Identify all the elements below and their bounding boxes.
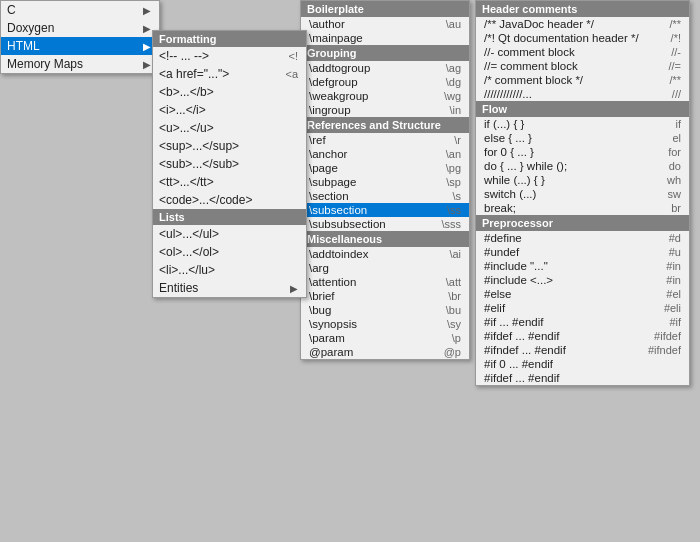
item-page[interactable]: \page \pg	[301, 161, 469, 175]
label-while: while (...) { }	[484, 174, 545, 186]
item-html-code[interactable]: <code>...</code>	[153, 191, 306, 209]
item-html-a[interactable]: <a href="..."> <a	[153, 65, 306, 83]
label-comment-block-3: /* comment block */	[484, 74, 583, 86]
item-comment-block-1[interactable]: //- comment block //-	[476, 45, 689, 59]
label-ifdef-endif-2: #ifdef ... #endif	[484, 372, 559, 384]
item-if[interactable]: if (...) { } if	[476, 117, 689, 131]
item-defgroup[interactable]: \defgroup \dg	[301, 75, 469, 89]
item-section[interactable]: \section \s	[301, 189, 469, 203]
item-entities[interactable]: Entities ▶	[153, 279, 306, 297]
label-brief: \brief	[309, 290, 335, 302]
item-at-param[interactable]: @param @p	[301, 345, 469, 359]
section-preprocessor: Preprocessor	[476, 215, 689, 231]
item-html-tt[interactable]: <tt>...</tt>	[153, 173, 306, 191]
label-defgroup: \defgroup	[309, 76, 358, 88]
item-for[interactable]: for 0 { ... } for	[476, 145, 689, 159]
short-ref: \r	[454, 134, 461, 146]
item-if0-endif[interactable]: #if 0 ... #endif	[476, 357, 689, 371]
section-header-comments: Header comments	[476, 1, 689, 17]
item-anchor[interactable]: \anchor \an	[301, 147, 469, 161]
item-addtoindex[interactable]: \addtoindex \ai	[301, 247, 469, 261]
label-subsubsection: \subsubsection	[309, 218, 386, 230]
label-else: else { ... }	[484, 132, 532, 144]
item-param[interactable]: \param \p	[301, 331, 469, 345]
item-pp-elif[interactable]: #elif #eli	[476, 301, 689, 315]
item-html-sub[interactable]: <sub>...</sub>	[153, 155, 306, 173]
label-html-u: <u>...</u>	[159, 121, 214, 135]
item-weakgroup[interactable]: \weakgroup \wg	[301, 89, 469, 103]
item-include-angles[interactable]: #include <...> #in	[476, 273, 689, 287]
label-addtogroup: \addtogroup	[309, 62, 370, 74]
item-define[interactable]: #define #d	[476, 231, 689, 245]
arrow-memory-maps: ▶	[143, 59, 151, 70]
item-arg[interactable]: \arg	[301, 261, 469, 275]
item-if-endif[interactable]: #if ... #endif #if	[476, 315, 689, 329]
short-comment-block-2: //=	[668, 60, 681, 72]
label-html-li: <li>...</lu>	[159, 263, 215, 277]
item-synopsis[interactable]: \synopsis \sy	[301, 317, 469, 331]
item-ifndef-endif[interactable]: #ifndef ... #endif #ifndef	[476, 343, 689, 357]
item-switch[interactable]: switch (...) sw	[476, 187, 689, 201]
label-qt-doc-header: /*! Qt documentation header */	[484, 32, 639, 44]
label-undef: #undef	[484, 246, 519, 258]
item-html-ul[interactable]: <ul>...</ul>	[153, 225, 306, 243]
item-while[interactable]: while (...) { } wh	[476, 173, 689, 187]
item-comment-block-3[interactable]: /* comment block */ /**	[476, 73, 689, 87]
short-comment-slashes: ///	[672, 88, 681, 100]
item-brief[interactable]: \brief \br	[301, 289, 469, 303]
short-javadoc-header: /**	[669, 18, 681, 30]
item-html-b[interactable]: <b>...</b>	[153, 83, 306, 101]
short-for: for	[668, 146, 681, 158]
label-if: if (...) { }	[484, 118, 524, 130]
short-at-param: @p	[444, 346, 461, 358]
item-ifdef-endif-2[interactable]: #ifdef ... #endif	[476, 371, 689, 385]
item-ifdef-endif[interactable]: #ifdef ... #endif #ifdef	[476, 329, 689, 343]
short-comment-block-1: //-	[671, 46, 681, 58]
item-subpage[interactable]: \subpage \sp	[301, 175, 469, 189]
item-html-comment[interactable]: <!-- ... --> <!	[153, 47, 306, 65]
item-ref[interactable]: \ref \r	[301, 133, 469, 147]
item-bug[interactable]: \bug \bu	[301, 303, 469, 317]
short-pp-elif: #eli	[664, 302, 681, 314]
label-weakgroup: \weakgroup	[309, 90, 368, 102]
item-qt-doc-header[interactable]: /*! Qt documentation header */ /*!	[476, 31, 689, 45]
item-html-sup[interactable]: <sup>...</sup>	[153, 137, 306, 155]
label-synopsis: \synopsis	[309, 318, 357, 330]
short-else: el	[672, 132, 681, 144]
item-attention[interactable]: \attention \att	[301, 275, 469, 289]
item-pp-else[interactable]: #else #el	[476, 287, 689, 301]
menu-item-memory-maps[interactable]: Memory Maps ▶	[1, 55, 159, 73]
item-html-ol[interactable]: <ol>...</ol>	[153, 243, 306, 261]
item-subsection[interactable]: \subsection \ss	[301, 203, 469, 217]
label-comment-slashes: ////////////...	[484, 88, 532, 100]
item-include-quotes[interactable]: #include "..." #in	[476, 259, 689, 273]
item-undef[interactable]: #undef #u	[476, 245, 689, 259]
menu-label-html: HTML	[7, 39, 40, 53]
label-comment-block-2: //= comment block	[484, 60, 578, 72]
short-subsection: \ss	[447, 204, 461, 216]
short-addtogroup: \ag	[446, 62, 461, 74]
item-do-while[interactable]: do { ... } while (); do	[476, 159, 689, 173]
item-author[interactable]: \author \au	[301, 17, 469, 31]
item-javadoc-header[interactable]: /** JavaDoc header */ /**	[476, 17, 689, 31]
item-ingroup[interactable]: \ingroup \in	[301, 103, 469, 117]
item-html-li[interactable]: <li>...</lu>	[153, 261, 306, 279]
item-break[interactable]: break; br	[476, 201, 689, 215]
item-comment-slashes[interactable]: ////////////... ///	[476, 87, 689, 101]
short-if-endif: #if	[669, 316, 681, 328]
item-html-i[interactable]: <i>...</i>	[153, 101, 306, 119]
menu-label-doxygen: Doxygen	[7, 21, 54, 35]
item-mainpage[interactable]: \mainpage	[301, 31, 469, 45]
short-param: \p	[452, 332, 461, 344]
short-defgroup: \dg	[446, 76, 461, 88]
col4-right-panel: Header comments /** JavaDoc header */ /*…	[475, 0, 690, 386]
item-html-u[interactable]: <u>...</u>	[153, 119, 306, 137]
item-addtogroup[interactable]: \addtogroup \ag	[301, 61, 469, 75]
menu-item-html[interactable]: HTML ▶	[1, 37, 159, 55]
item-subsubsection[interactable]: \subsubsection \sss	[301, 217, 469, 231]
menu-item-c[interactable]: C ▶	[1, 1, 159, 19]
label-at-param: @param	[309, 346, 353, 358]
item-comment-block-2[interactable]: //= comment block //=	[476, 59, 689, 73]
menu-item-doxygen[interactable]: Doxygen ▶	[1, 19, 159, 37]
item-else[interactable]: else { ... } el	[476, 131, 689, 145]
